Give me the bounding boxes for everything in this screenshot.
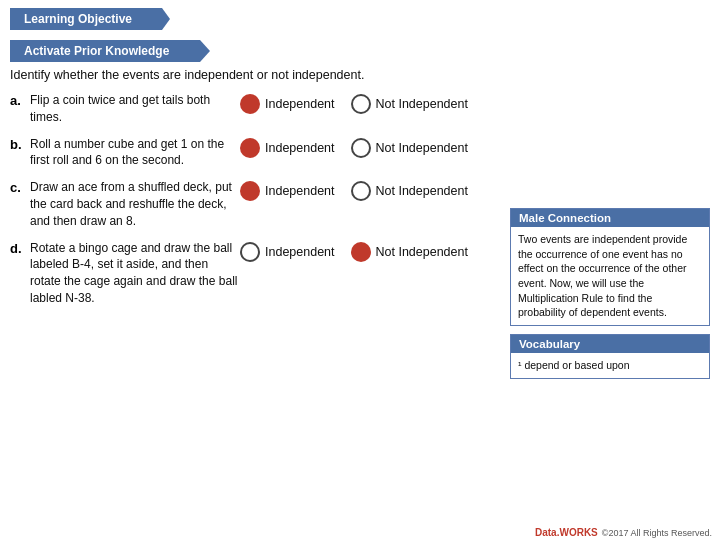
radio-empty-a — [351, 94, 371, 114]
copyright-text: ©2017 All Rights Reserved. — [602, 528, 712, 538]
radio-filled-b — [240, 138, 260, 158]
right-panel: Male Connection Two events are independe… — [510, 208, 710, 379]
male-connection-header: Male Connection — [511, 209, 709, 227]
answer-independent-a[interactable]: Independent — [240, 94, 335, 114]
activate-prior-bar: Activate Prior Knowledge — [10, 40, 210, 62]
question-row-c: c. Draw an ace from a shuffled deck, put… — [10, 179, 500, 229]
vocabulary-header: Vocabulary — [511, 335, 709, 353]
independent-label-b: Independent — [265, 141, 335, 155]
vocabulary-box: Vocabulary ¹ depend or based upon — [510, 334, 710, 379]
radio-filled-d — [351, 242, 371, 262]
q-text-b: Roll a number cube and get 1 on the firs… — [30, 136, 240, 170]
q-text-c: Draw an ace from a shuffled deck, put th… — [30, 179, 240, 229]
q-label-c: c. — [10, 179, 26, 229]
instruction-text: Identify whether the events are independ… — [10, 68, 500, 82]
answer-independent-b[interactable]: Independent — [240, 138, 335, 158]
not-independent-label-a: Not Independent — [376, 97, 468, 111]
radio-empty-b — [351, 138, 371, 158]
q-label-a: a. — [10, 92, 26, 126]
vocabulary-entry: ¹ depend or based upon — [511, 353, 709, 378]
question-row-b: b. Roll a number cube and get 1 on the f… — [10, 136, 500, 170]
answer-independent-d[interactable]: Independent — [240, 242, 335, 262]
not-independent-label-b: Not Independent — [376, 141, 468, 155]
not-independent-label-c: Not Independent — [376, 184, 468, 198]
learning-objective-bar: Learning Objective — [10, 8, 170, 30]
radio-empty-c — [351, 181, 371, 201]
q-text-d: Rotate a bingo cage and draw the ball la… — [30, 240, 240, 307]
radio-filled-c — [240, 181, 260, 201]
male-connection-box: Male Connection Two events are independe… — [510, 208, 710, 326]
not-independent-label-d: Not Independent — [376, 245, 468, 259]
question-row-a: a. Flip a coin twice and get tails both … — [10, 92, 500, 126]
answer-not-independent-a[interactable]: Not Independent — [351, 94, 468, 114]
q-label-d: d. — [10, 240, 26, 307]
left-panel: Identify whether the events are independ… — [10, 68, 500, 379]
brand-logo: Data.WORKS — [535, 527, 598, 538]
answer-not-independent-d[interactable]: Not Independent — [351, 242, 468, 262]
answer-not-independent-b[interactable]: Not Independent — [351, 138, 468, 158]
male-connection-body: Two events are independent provide the o… — [511, 227, 709, 325]
answer-not-independent-c[interactable]: Not Independent — [351, 181, 468, 201]
radio-filled-a — [240, 94, 260, 114]
footer: Data.WORKS ©2017 All Rights Reserved. — [0, 525, 720, 540]
answer-independent-c[interactable]: Independent — [240, 181, 335, 201]
independent-label-a: Independent — [265, 97, 335, 111]
independent-label-d: Independent — [265, 245, 335, 259]
question-row-d: d. Rotate a bingo cage and draw the ball… — [10, 240, 500, 307]
independent-label-c: Independent — [265, 184, 335, 198]
radio-empty-d — [240, 242, 260, 262]
q-label-b: b. — [10, 136, 26, 170]
q-text-a: Flip a coin twice and get tails both tim… — [30, 92, 240, 126]
